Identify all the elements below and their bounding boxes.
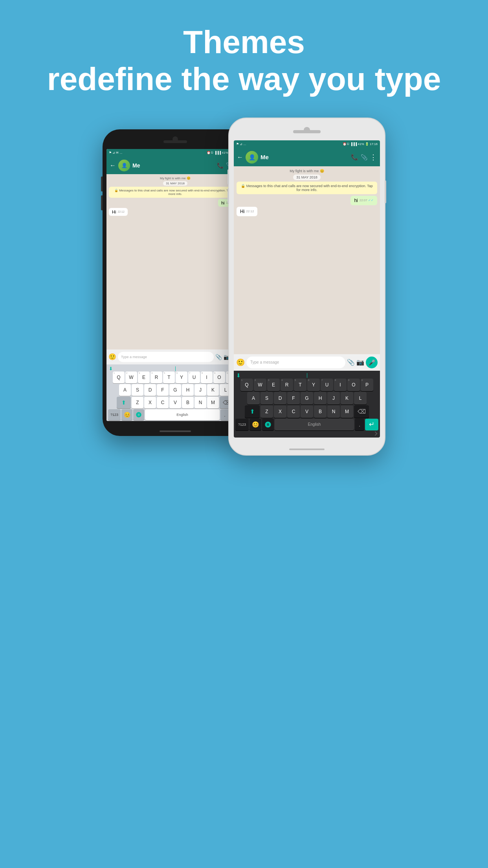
dkey-H[interactable]: H [314, 392, 327, 405]
speaker-white [293, 130, 321, 133]
phone-white: ⚑ ⊿ ... ⏰① ▐▐▐ 41% 🔋 17:16 ← 👤 Me 📞 📎 ⋮ … [228, 118, 385, 456]
msg-sent-white: hi 22:07 ✓✓ [350, 196, 377, 205]
avatar-white: 👤 [246, 151, 258, 164]
space-key-white[interactable]: English [275, 419, 354, 430]
num-key-white[interactable]: ?123 [235, 419, 249, 430]
dkey-Q[interactable]: 1Q [240, 379, 253, 391]
key-D[interactable]: D [144, 384, 156, 396]
key-V[interactable]: V [169, 397, 181, 408]
key-R[interactable]: 4R [150, 371, 162, 383]
more-icon-white[interactable]: ⋮ [370, 153, 377, 162]
dkey-R[interactable]: 4R [281, 379, 293, 391]
mic-btn-white[interactable]: 🎤 [366, 357, 378, 368]
enter-key-white[interactable]: ↵ [365, 419, 378, 430]
date-badge-dark: 31 MAY 2018 [163, 181, 187, 186]
back-arrow-dark[interactable]: ← [110, 162, 116, 169]
key-U[interactable]: 7U [188, 371, 200, 383]
key-Q[interactable]: 1Q [113, 371, 125, 383]
key-row-1-white: 1Q 2W 3E 4R 5T 6Y [235, 379, 379, 391]
dkey-O[interactable]: 9O [347, 379, 360, 391]
key-X[interactable]: X [144, 397, 156, 408]
dkey-L[interactable]: L [354, 392, 367, 405]
dkey-J[interactable]: J [327, 392, 340, 405]
dkey-F[interactable]: F [287, 392, 300, 405]
dkey-V[interactable]: V [301, 405, 313, 418]
key-A[interactable]: A [119, 384, 131, 396]
volume-up-button[interactable] [101, 177, 103, 191]
key-T[interactable]: 5T [163, 371, 175, 383]
dkey-B[interactable]: B [314, 405, 327, 418]
title-line1: Themes [0, 24, 488, 61]
key-Y[interactable]: 6Y [176, 371, 187, 383]
key-S[interactable]: S [132, 384, 143, 396]
delete-key-white[interactable]: ⌫ [354, 405, 369, 418]
key-F[interactable]: F [157, 384, 169, 396]
phone-icon-dark[interactable]: 📞 [217, 162, 224, 169]
attach-icon-white[interactable]: 📎 [347, 359, 355, 366]
paperclip-icon-white[interactable]: 📎 [361, 154, 367, 160]
key-G[interactable]: G [169, 384, 181, 396]
camera-icon-white[interactable]: 📷 [356, 359, 364, 366]
logo-key-white[interactable] [262, 419, 274, 430]
key-B[interactable]: B [182, 397, 194, 408]
key-N[interactable]: N [194, 397, 206, 408]
volume-up-button-white[interactable] [227, 169, 229, 184]
dkey-N[interactable]: N [327, 405, 340, 418]
volume-down-button[interactable] [101, 195, 103, 210]
key-Z[interactable]: Z [132, 397, 143, 408]
emoji-icon-white[interactable]: 🙂 [236, 358, 245, 367]
power-button-white[interactable] [385, 180, 386, 203]
key-W[interactable]: 2W [125, 371, 137, 383]
dkey-W[interactable]: 2W [254, 379, 266, 391]
contact-name-dark[interactable]: Me [132, 162, 215, 169]
dkey-M[interactable]: M [341, 405, 353, 418]
key-H[interactable]: H [182, 384, 194, 396]
input-area-white: 🙂 Type a message 📎 📷 🎤 [234, 354, 380, 371]
encryption-notice-white: 🔒 Messages to this chat and calls are no… [237, 182, 377, 194]
msg-input-white[interactable]: Type a message [246, 357, 345, 368]
shift-key-white[interactable]: ⬆ [245, 405, 260, 418]
volume-down-button-white[interactable] [227, 188, 229, 203]
key-E[interactable]: 3E [138, 371, 150, 383]
dkey-G[interactable]: G [301, 392, 313, 405]
key-C[interactable]: C [157, 397, 169, 408]
dkey-Z[interactable]: Z [261, 405, 273, 418]
dkey-D[interactable]: D [274, 392, 286, 405]
key-J[interactable]: J [194, 384, 206, 396]
dkey-E[interactable]: 3E [267, 379, 280, 391]
dkey-U[interactable]: 7U [321, 379, 333, 391]
space-key-dark[interactable]: English [145, 409, 220, 420]
dkey-Y[interactable]: 6Y [307, 379, 320, 391]
emoji-key-dark[interactable]: 😊 [121, 409, 132, 420]
num-key-dark[interactable]: ?123 [108, 409, 121, 420]
dkey-P[interactable]: 0P [361, 379, 373, 391]
kb-bottom-row-white: ?123 😊 English . ↵ [235, 419, 379, 430]
dot-key-dark[interactable]: . [220, 409, 229, 420]
msg-input-dark[interactable]: Type a message [118, 352, 214, 362]
dkey-I[interactable]: 8I [334, 379, 347, 391]
speaker-dark [163, 140, 187, 143]
dot-key-white[interactable]: . [355, 419, 364, 430]
dkey-S[interactable]: S [261, 392, 273, 405]
emoji-icon-dark[interactable]: 🙂 [108, 353, 116, 360]
key-O[interactable]: 9O [213, 371, 225, 383]
dkey-T[interactable]: 5T [294, 379, 306, 391]
phone-dark: ⚑ ⊿ ✉ ... ⏰① ▐▐▐ 41% 🔋 17:16 ← 👤 Me 📞 📎 … [103, 129, 248, 436]
logo-key-dark[interactable] [133, 409, 144, 420]
key-M[interactable]: M [207, 397, 219, 408]
dkey-A[interactable]: A [247, 392, 260, 405]
shift-key-dark[interactable]: ⬆ [117, 397, 131, 408]
key-I[interactable]: 8I [201, 371, 213, 383]
dkey-X[interactable]: X [274, 405, 286, 418]
key-K[interactable]: K [207, 384, 219, 396]
key-row-2-dark: A S D F G H J K L [107, 384, 243, 396]
attach-icon-dark[interactable]: 📎 [215, 354, 222, 360]
dkey-K[interactable]: K [341, 392, 353, 405]
status-left-white: ⚑ ⊿ ... [236, 142, 246, 146]
title-line2: redefine the way you type [0, 61, 488, 97]
contact-name-white[interactable]: Me [261, 154, 349, 160]
back-arrow-white[interactable]: ← [237, 154, 243, 161]
phone-icon-white[interactable]: 📞 [351, 154, 358, 161]
emoji-key-white[interactable]: 😊 [250, 419, 261, 430]
dkey-C[interactable]: C [287, 405, 300, 418]
